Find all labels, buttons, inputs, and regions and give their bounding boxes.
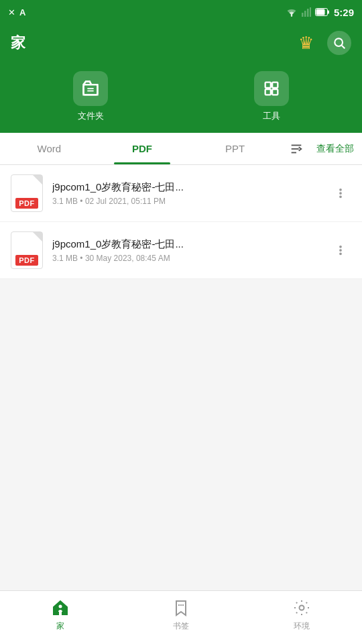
tab-pdf[interactable]: PDF (96, 133, 189, 164)
file-more-button-2[interactable] (330, 239, 351, 261)
empty-area (0, 279, 362, 521)
svg-point-22 (340, 196, 341, 197)
svg-rect-10 (84, 85, 98, 95)
svg-point-24 (340, 250, 341, 251)
svg-rect-15 (265, 89, 271, 95)
folder-label: 文件夹 (78, 110, 104, 122)
status-bar: ✕ A 5:29 (0, 0, 362, 24)
svg-point-23 (340, 246, 341, 248)
pdf-badge-2: PDF (15, 255, 38, 266)
more-icon-1 (335, 187, 347, 199)
nav-settings[interactable]: 环境 (241, 598, 362, 632)
pdf-badge-1: PDF (15, 198, 38, 209)
nav-bookmark-label: 书签 (173, 621, 189, 632)
tab-bar: Word PDF PPT 查看全部 (0, 133, 362, 165)
svg-rect-16 (272, 89, 278, 95)
nav-bookmark[interactable]: 书签 (121, 598, 241, 632)
bottom-nav: 家 书签 环境 (0, 590, 362, 644)
folder-icon-box (73, 71, 108, 106)
svg-rect-7 (316, 9, 324, 15)
svg-point-21 (340, 193, 341, 194)
file-item[interactable]: PDF j9pcom1_0岁教育秘密-七田... 3.1 MB • 02 Jul… (0, 165, 362, 222)
search-button[interactable] (327, 31, 351, 55)
page-title: 家 (11, 33, 25, 53)
svg-point-25 (340, 253, 341, 254)
quick-access: 文件夹 工具 (0, 64, 362, 133)
sort-button[interactable] (282, 142, 311, 156)
header: 家 ♛ (0, 24, 362, 64)
file-info-2: j9pcom1_0岁教育秘密-七田... 3.1 MB • 30 May 202… (52, 238, 320, 263)
file-icon-1: PDF (11, 174, 43, 212)
svg-rect-13 (265, 83, 271, 88)
home-icon (50, 598, 70, 618)
svg-point-20 (340, 189, 341, 191)
file-meta-1: 3.1 MB • 02 Jul 2021, 05:11 PM (52, 197, 320, 206)
tools-icon (262, 79, 281, 98)
file-icon-2: PDF (11, 231, 43, 269)
status-icons-left: ✕ A (8, 7, 25, 17)
nav-home-label: 家 (56, 621, 64, 632)
tab-word[interactable]: Word (3, 133, 96, 164)
search-icon (333, 36, 346, 50)
a-icon: A (19, 7, 25, 17)
status-icons-right: 5:29 (286, 7, 354, 18)
file-more-button-1[interactable] (330, 182, 351, 204)
nav-home[interactable]: 家 (0, 598, 121, 632)
svg-line-9 (342, 46, 345, 49)
bookmark-icon (171, 598, 191, 618)
svg-rect-2 (304, 11, 306, 17)
svg-point-26 (59, 605, 62, 608)
quick-item-tools[interactable]: 工具 (254, 71, 289, 122)
file-item[interactable]: PDF j9pcom1_0岁教育秘密-七田... 3.1 MB • 30 May… (0, 222, 362, 279)
svg-rect-6 (327, 11, 329, 14)
tools-icon-box (254, 71, 289, 106)
file-meta-2: 3.1 MB • 30 May 2023, 08:45 AM (52, 254, 320, 263)
nav-settings-label: 环境 (294, 621, 310, 632)
svg-rect-1 (302, 13, 304, 17)
tab-ppt[interactable]: PPT (188, 133, 282, 164)
status-time: 5:29 (334, 7, 354, 18)
wifi-icon (286, 7, 298, 17)
header-icons: ♛ (298, 31, 351, 55)
svg-point-8 (335, 38, 343, 46)
crown-icon[interactable]: ♛ (298, 33, 314, 54)
tools-label: 工具 (263, 110, 280, 122)
sort-icon (289, 142, 304, 156)
svg-point-0 (291, 15, 292, 16)
svg-rect-4 (310, 7, 311, 17)
file-info-1: j9pcom1_0岁教育秘密-七田... 3.1 MB • 02 Jul 202… (52, 181, 320, 206)
quick-item-folder[interactable]: 文件夹 (73, 71, 108, 122)
signal-icon (302, 7, 311, 17)
view-all-button[interactable]: 查看全部 (311, 143, 359, 155)
file-name-1: j9pcom1_0岁教育秘密-七田... (52, 181, 320, 194)
folder-icon (81, 79, 100, 98)
settings-icon (292, 598, 312, 618)
file-name-2: j9pcom1_0岁教育秘密-七田... (52, 238, 320, 251)
more-icon-2 (335, 244, 347, 256)
svg-rect-14 (272, 83, 278, 88)
svg-point-27 (300, 606, 304, 610)
battery-icon (315, 8, 330, 16)
svg-rect-3 (307, 9, 309, 17)
x-icon: ✕ (8, 7, 15, 17)
file-list: PDF j9pcom1_0岁教育秘密-七田... 3.1 MB • 02 Jul… (0, 165, 362, 279)
